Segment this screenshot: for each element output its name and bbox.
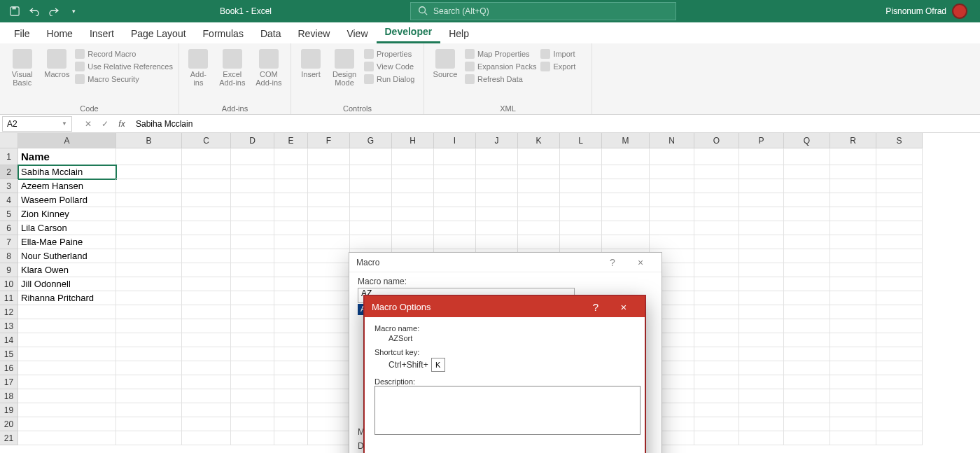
cell[interactable] bbox=[182, 375, 231, 389]
cell[interactable] bbox=[560, 221, 602, 235]
cell[interactable] bbox=[830, 361, 876, 375]
cell[interactable] bbox=[116, 417, 182, 431]
cell[interactable] bbox=[518, 165, 560, 179]
cell[interactable] bbox=[876, 305, 923, 319]
record-macro-button[interactable]: Record Macro bbox=[75, 49, 173, 59]
cell[interactable] bbox=[274, 375, 308, 389]
cell[interactable] bbox=[392, 179, 434, 193]
cell[interactable] bbox=[830, 431, 876, 445]
cell[interactable] bbox=[116, 235, 182, 249]
select-all-corner[interactable] bbox=[0, 133, 18, 148]
cell[interactable] bbox=[784, 249, 830, 263]
cell[interactable] bbox=[739, 148, 784, 165]
tab-data[interactable]: Data bbox=[252, 24, 290, 43]
excel-addins-button[interactable]: Excel Add-ins bbox=[216, 46, 248, 87]
cell[interactable] bbox=[392, 221, 434, 235]
cell[interactable] bbox=[231, 179, 274, 193]
cell[interactable] bbox=[274, 193, 308, 207]
cell[interactable] bbox=[18, 319, 116, 333]
cell[interactable] bbox=[694, 221, 739, 235]
search-box[interactable] bbox=[410, 2, 676, 20]
cell[interactable]: Waseem Pollard bbox=[18, 193, 116, 207]
cell[interactable] bbox=[18, 375, 116, 389]
worksheet-grid[interactable]: ABCDEFGHIJKLMNOPQRS1Name2Sabiha Mcclain3… bbox=[0, 133, 980, 453]
cell[interactable] bbox=[231, 305, 274, 319]
cell[interactable] bbox=[876, 235, 923, 249]
cell[interactable] bbox=[182, 263, 231, 277]
cell[interactable] bbox=[560, 165, 602, 179]
macro-options-titlebar[interactable]: Macro Options ? × bbox=[365, 296, 645, 317]
design-mode-button[interactable]: Design Mode bbox=[329, 46, 360, 87]
cell[interactable] bbox=[694, 403, 739, 417]
cell[interactable] bbox=[784, 235, 830, 249]
cell[interactable] bbox=[876, 221, 923, 235]
cell[interactable] bbox=[830, 375, 876, 389]
cell[interactable] bbox=[650, 165, 694, 179]
cell[interactable] bbox=[182, 291, 231, 305]
cell[interactable] bbox=[350, 148, 392, 165]
map-properties-button[interactable]: Map Properties bbox=[465, 49, 536, 59]
cell[interactable] bbox=[116, 277, 182, 291]
cell[interactable] bbox=[116, 431, 182, 445]
cell[interactable] bbox=[784, 319, 830, 333]
row-header[interactable]: 15 bbox=[0, 347, 18, 361]
cell[interactable]: Lila Carson bbox=[18, 221, 116, 235]
cell[interactable] bbox=[18, 417, 116, 431]
cell[interactable] bbox=[560, 235, 602, 249]
macro-dialog-help-button[interactable]: ? bbox=[598, 257, 626, 268]
cell[interactable] bbox=[830, 347, 876, 361]
cell[interactable] bbox=[518, 207, 560, 221]
cell[interactable] bbox=[308, 193, 350, 207]
row-header[interactable]: 1 bbox=[0, 148, 18, 165]
cell[interactable] bbox=[602, 235, 650, 249]
column-header[interactable]: H bbox=[392, 133, 434, 148]
cell[interactable] bbox=[694, 431, 739, 445]
cell[interactable] bbox=[784, 389, 830, 403]
column-header[interactable]: C bbox=[182, 133, 231, 148]
cell[interactable] bbox=[308, 179, 350, 193]
column-header[interactable]: F bbox=[308, 133, 350, 148]
cell[interactable] bbox=[116, 375, 182, 389]
cell[interactable] bbox=[830, 277, 876, 291]
cell[interactable] bbox=[784, 361, 830, 375]
cell[interactable] bbox=[274, 361, 308, 375]
enter-formula-button[interactable]: ✓ bbox=[97, 116, 113, 132]
cell[interactable] bbox=[231, 263, 274, 277]
cell[interactable] bbox=[694, 235, 739, 249]
expansion-packs-button[interactable]: Expansion Packs bbox=[465, 62, 536, 71]
cell[interactable] bbox=[182, 277, 231, 291]
cell[interactable] bbox=[784, 417, 830, 431]
cell[interactable] bbox=[231, 291, 274, 305]
column-header[interactable]: R bbox=[830, 133, 876, 148]
tab-home[interactable]: Home bbox=[38, 24, 81, 43]
cell[interactable] bbox=[476, 221, 518, 235]
cell[interactable] bbox=[182, 347, 231, 361]
cell[interactable] bbox=[739, 263, 784, 277]
cell[interactable] bbox=[18, 347, 116, 361]
row-header[interactable]: 5 bbox=[0, 207, 18, 221]
cell[interactable] bbox=[116, 207, 182, 221]
cell[interactable] bbox=[830, 333, 876, 347]
cell[interactable] bbox=[274, 431, 308, 445]
xml-source-button[interactable]: Source bbox=[430, 46, 461, 78]
cell[interactable] bbox=[876, 179, 923, 193]
cell[interactable] bbox=[274, 165, 308, 179]
cell[interactable] bbox=[602, 207, 650, 221]
cell[interactable] bbox=[739, 193, 784, 207]
column-header[interactable]: P bbox=[739, 133, 784, 148]
cell[interactable] bbox=[476, 148, 518, 165]
xml-import-button[interactable]: Import bbox=[540, 49, 575, 59]
cell[interactable] bbox=[308, 221, 350, 235]
tab-help[interactable]: Help bbox=[440, 24, 477, 43]
cell[interactable] bbox=[650, 221, 694, 235]
row-header[interactable]: 14 bbox=[0, 333, 18, 347]
cell[interactable] bbox=[694, 333, 739, 347]
cell[interactable] bbox=[694, 417, 739, 431]
row-header[interactable]: 2 bbox=[0, 165, 18, 179]
cell[interactable] bbox=[231, 347, 274, 361]
cell[interactable] bbox=[876, 389, 923, 403]
cell[interactable] bbox=[116, 165, 182, 179]
cell[interactable] bbox=[830, 235, 876, 249]
row-header[interactable]: 16 bbox=[0, 361, 18, 375]
cell[interactable] bbox=[694, 389, 739, 403]
